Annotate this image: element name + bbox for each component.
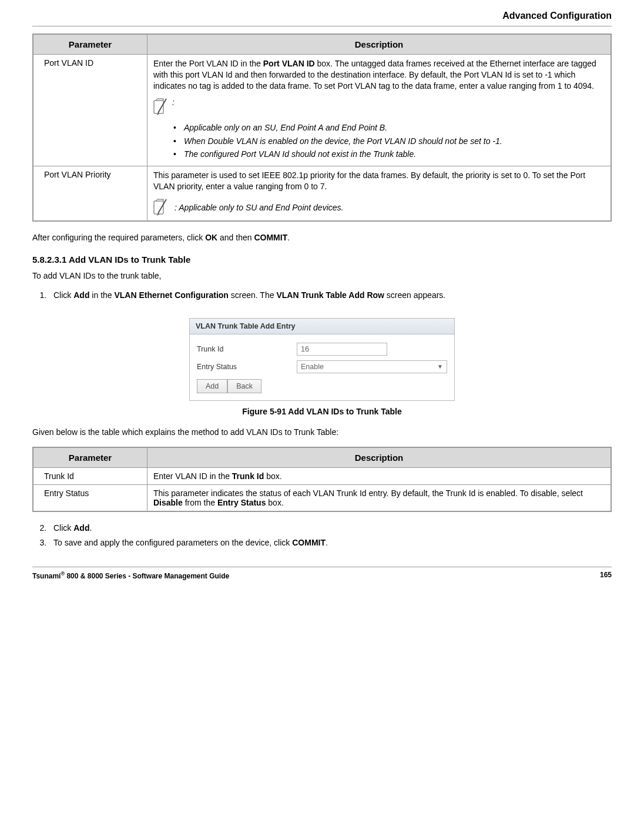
entry-status-select[interactable]: Enable ▼ <box>297 360 447 373</box>
trunk-id-input[interactable]: 16 <box>297 343 387 356</box>
table-row: Port VLAN ID Enter the Port VLAN ID in t… <box>33 55 611 166</box>
ui-panel: VLAN Trunk Table Add Entry Trunk Id 16 E… <box>189 318 455 401</box>
svg-line-1 <box>158 99 166 113</box>
bold-text: OK <box>205 233 217 242</box>
text: After configuring the required parameter… <box>32 233 205 242</box>
entry-status-label: Entry Status <box>197 363 297 371</box>
text: 800 & 8000 Series - Software Management … <box>65 572 229 580</box>
param-desc-port-vlan-priority: This parameter is used to set IEEE 802.1… <box>147 166 612 221</box>
add-button[interactable]: Add <box>197 379 227 393</box>
header-rule <box>32 26 612 26</box>
list-item: Click Add in the VLAN Ethernet Configura… <box>49 290 612 302</box>
text: screen appears. <box>384 290 445 300</box>
figure: VLAN Trunk Table Add Entry Trunk Id 16 E… <box>32 318 612 401</box>
text: To save and apply the configured paramet… <box>53 538 292 547</box>
table2-header-desc: Description <box>147 447 612 468</box>
section-intro: To add VLAN IDs to the trunk table, <box>32 270 612 282</box>
parameter-table-2: Parameter Description Trunk Id Enter VLA… <box>32 447 612 512</box>
after-table-text: After configuring the required parameter… <box>32 232 612 244</box>
numbered-list-continued: Click Add. To save and apply the configu… <box>49 523 612 549</box>
svg-line-4 <box>158 199 166 213</box>
param-desc-trunk-id: Enter VLAN ID in the Trunk Id box. <box>147 467 612 484</box>
page-footer: Tsunami® 800 & 8000 Series - Software Ma… <box>32 567 612 580</box>
ui-panel-title: VLAN Trunk Table Add Entry <box>190 319 454 334</box>
ui-row-trunk-id: Trunk Id 16 <box>197 343 447 356</box>
input-value: 16 <box>301 345 309 353</box>
note-icon <box>153 198 170 217</box>
table-row: Trunk Id Enter VLAN ID in the Trunk Id b… <box>33 467 611 484</box>
text: Enter VLAN ID in the <box>153 471 232 481</box>
chevron-down-icon: ▼ <box>437 363 443 370</box>
desc-text: This parameter is used to set IEEE 802.1… <box>153 170 605 192</box>
param-name-port-vlan-id: Port VLAN ID <box>33 55 147 166</box>
list-item: Applicable only on an SU, End Point A an… <box>171 122 605 133</box>
section-heading: 5.8.2.3.1 Add VLAN IDs to Trunk Table <box>32 255 612 265</box>
list-item: To save and apply the configured paramet… <box>49 537 612 549</box>
text: . <box>89 523 92 533</box>
note-bullets: Applicable only on an SU, End Point A an… <box>171 122 605 160</box>
bold-text: Trunk Id <box>232 471 264 481</box>
param-desc-entry-status: This parameter indicates the status of e… <box>147 484 612 511</box>
list-item: The configured Port VLAN Id should not e… <box>171 149 605 160</box>
bold-text: VLAN Trunk Table Add Row <box>276 290 384 300</box>
note-icon <box>153 98 170 116</box>
text: and then <box>217 233 254 242</box>
bold-text: COMMIT <box>292 538 326 547</box>
text: . <box>326 538 328 547</box>
page-number: 165 <box>600 571 612 580</box>
table-row: Port VLAN Priority This parameter is use… <box>33 166 611 221</box>
text: Tsunami <box>32 572 61 580</box>
param-name-entry-status: Entry Status <box>33 484 147 511</box>
table-row: Entry Status This parameter indicates th… <box>33 484 611 511</box>
text: Click <box>53 523 73 533</box>
note-colon: : <box>172 98 175 107</box>
trunk-id-label: Trunk Id <box>197 345 297 353</box>
param-name-port-vlan-priority: Port VLAN Priority <box>33 166 147 221</box>
text: This parameter indicates the status of e… <box>153 488 583 498</box>
parameter-table-1: Parameter Description Port VLAN ID Enter… <box>32 34 612 222</box>
param-desc-port-vlan-id: Enter the Port VLAN ID in the Port VLAN … <box>147 55 612 166</box>
bold-text: COMMIT <box>254 233 287 242</box>
select-value: Enable <box>301 363 324 371</box>
text: in the <box>89 290 114 300</box>
text: from the <box>183 498 217 507</box>
below-figure-text: Given below is the table which explains … <box>32 427 612 439</box>
bold-text: Add <box>73 523 89 533</box>
desc-bold: Port VLAN ID <box>263 59 315 68</box>
desc-text: Enter the Port VLAN ID in the <box>153 59 263 68</box>
table1-header-param: Parameter <box>33 34 147 55</box>
bold-text: Add <box>73 290 89 300</box>
back-button[interactable]: Back <box>227 379 261 393</box>
text: box. <box>266 498 283 507</box>
text: box. <box>264 471 281 481</box>
bold-text: VLAN Ethernet Configuration <box>114 290 228 300</box>
bold-text: Entry Status <box>217 498 266 507</box>
table2-header-param: Parameter <box>33 447 147 468</box>
page-header-title: Advanced Configuration <box>32 0 612 26</box>
footer-left: Tsunami® 800 & 8000 Series - Software Ma… <box>32 571 229 580</box>
param-name-trunk-id: Trunk Id <box>33 467 147 484</box>
list-item: When Double VLAN is enabled on the devic… <box>171 136 605 147</box>
text: Click <box>53 290 73 300</box>
table1-header-desc: Description <box>147 34 612 55</box>
ui-row-entry-status: Entry Status Enable ▼ <box>197 360 447 373</box>
text: screen. The <box>229 290 276 300</box>
bold-text: Disable <box>153 498 183 507</box>
numbered-list: Click Add in the VLAN Ethernet Configura… <box>49 290 612 302</box>
figure-caption: Figure 5-91 Add VLAN IDs to Trunk Table <box>32 407 612 416</box>
text: . <box>287 233 290 242</box>
note-inline-text: : Applicable only to SU and End Point de… <box>175 203 343 212</box>
list-item: Click Add. <box>49 523 612 534</box>
